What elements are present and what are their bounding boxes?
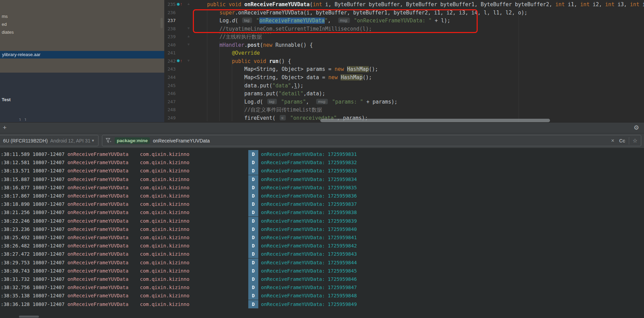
log-row[interactable]: :38:27.472 10807-12407 onReceiveFrameYUV… [0,250,644,258]
log-message: onReceiveFrameYUVData: 1725959848 [261,292,357,300]
code-text: mHandler.post(new Runnable() { [195,42,313,49]
device-selector[interactable]: 6U (RFCR119B2DH) Android 12, API 31 ▼ [0,135,98,146]
code-line-245[interactable]: 245 data.put("data",l); [164,82,644,90]
line-number: 241 [164,50,176,55]
editor-horizontal-scrollbar[interactable] [320,119,550,122]
log-row-meta: :38:15.887 10807-12407 onReceiveFrameYUV… [1,175,189,183]
inlay-hint-chip: tag: [242,18,252,23]
log-row[interactable]: :38:26.482 10807-12407 onReceiveFrameYUV… [0,242,644,250]
code-text: @Override [195,50,260,57]
favorite-star-icon[interactable]: ☆ [633,137,637,144]
tree-item[interactable]: diates [2,30,14,35]
tree-item-selected[interactable]: ylibrary-release.aar [0,51,164,59]
tree-section-label[interactable]: Test [2,97,11,102]
log-row-meta: :38:35.138 10807-12407 onReceiveFrameYUV… [1,292,189,300]
log-row[interactable]: :38:25.492 10807-12407 onReceiveFrameYUV… [0,233,644,242]
fold-marker-icon[interactable]: ▿ [188,42,189,46]
code-line-236[interactable]: 236 super.onReceiveFrameYUVData(i, byteB… [164,9,644,17]
log-row[interactable]: :38:12.581 10807-12407 onReceiveFrameYUV… [0,158,644,167]
log-row-meta: :38:25.492 10807-12407 onReceiveFrameYUV… [1,233,189,242]
fold-marker-icon[interactable]: ▿ [188,26,189,30]
code-line-242[interactable]: 242↑▿ public void run() { [164,57,644,65]
log-package: com.qixin.kizinno [140,251,189,257]
code-text: params.put("detail",data); [195,90,325,97]
code-line-241[interactable]: 241 @Override [164,49,644,57]
log-level-badge: D [248,225,258,233]
code-text: //自定义事件回传timeList数据 [195,106,322,114]
tree-item[interactable]: ed [2,22,7,27]
log-package: com.qixin.kizinno [140,301,189,307]
code-line-240[interactable]: 240▿ mHandler.post(new Runnable() { [164,41,644,49]
log-message: onReceiveFrameYUVData: 1725959845 [261,267,357,275]
code-text: super.onReceiveFrameYUVData(i, byteBuffe… [195,9,527,17]
filter-key-chip[interactable]: package:mine [115,137,150,144]
log-tag: onReceiveFrameYUVData [67,276,128,282]
log-row-meta: :38:31.732 10807-12407 onReceiveFrameYUV… [1,275,189,283]
log-row[interactable]: :38:11.589 10807-12407 onReceiveFrameYUV… [0,150,644,158]
log-message: onReceiveFrameYUVData: 1725959838 [261,208,357,216]
filter-query-text[interactable]: onReceiveFrameYUVData [153,138,210,144]
log-row[interactable]: :38:21.256 10807-12407 onReceiveFrameYUV… [0,208,644,216]
log-level-badge: D [248,158,258,167]
fold-marker-icon[interactable]: ▵ [188,34,189,38]
log-package: com.qixin.kizinno [140,193,189,199]
log-row[interactable]: :38:35.138 10807-12407 onReceiveFrameYUV… [0,292,644,300]
log-row[interactable]: :38:23.236 10807-12407 onReceiveFrameYUV… [0,225,644,233]
fold-marker-icon[interactable]: ▵ [188,2,189,6]
code-line-247[interactable]: 247 Log.d( tag: "params", msg: "params: … [164,98,644,106]
log-tag: onReceiveFrameYUVData [67,293,128,298]
code-line-237[interactable]: 237 Log.d( tag: "onReceiveFrameYUVData",… [164,17,644,25]
log-row[interactable]: :38:36.128 10807-12407 onReceiveFrameYUV… [0,300,644,308]
log-row[interactable]: :38:13.571 10807-12407 onReceiveFrameYUV… [0,167,644,175]
gear-icon[interactable]: ⚙ [634,124,639,131]
log-row[interactable]: :38:17.867 10807-12407 onReceiveFrameYUV… [0,192,644,200]
fold-marker-icon[interactable]: ▿ [188,59,189,62]
inlay-hint-chip: msg: [316,99,328,104]
line-number: 240 [164,42,176,47]
logcat-horizontal-scrollbar[interactable] [19,316,39,318]
log-row[interactable]: :38:31.732 10807-12407 onReceiveFrameYUV… [0,275,644,283]
log-tag: onReceiveFrameYUVData [67,285,128,290]
log-message: onReceiveFrameYUVData: 1725959839 [261,217,357,225]
line-number: 248 [164,107,176,112]
code-editor[interactable]: 235↑▵ public void onReceiveFrameYUVData(… [164,0,644,122]
code-line-246[interactable]: 246 params.put("detail",data); [164,90,644,98]
log-package: com.qixin.kizinno [140,185,189,190]
code-line-248[interactable]: 248 //自定义事件回传timeList数据 [164,106,644,114]
log-row[interactable]: :38:15.887 10807-12407 onReceiveFrameYUV… [0,175,644,183]
code-line-239[interactable]: 239▵ //主线程执行数据 [164,33,644,41]
log-package: com.qixin.kizinno [140,160,189,165]
log-row-meta: :38:29.753 10807-12407 onReceiveFrameYUV… [1,258,189,267]
log-row[interactable]: :38:18.890 10807-12407 onReceiveFrameYUV… [0,200,644,208]
log-level-badge: D [248,208,258,216]
tree-item[interactable]: ms [2,14,8,19]
log-level-badge: D [248,183,258,192]
log-tag: onReceiveFrameYUVData [67,260,128,265]
override-method-gutter-icon[interactable]: ↑ [177,59,182,63]
code-line-235[interactable]: 235↑▵ public void onReceiveFrameYUVData(… [164,1,644,9]
clear-filter-icon[interactable]: × [611,138,614,144]
log-row[interactable]: :38:22.246 10807-12407 onReceiveFrameYUV… [0,217,644,225]
log-message: onReceiveFrameYUVData: 1725959831 [261,150,357,158]
red-up-arrow-icon: ↑ [180,59,182,63]
code-line-238[interactable]: 238▿ //tuyatimeLineCom.setCurrentTimeInM… [164,25,644,33]
log-package: com.qixin.kizinno [140,235,189,240]
log-tag: onReceiveFrameYUVData [67,185,128,190]
code-line-244[interactable]: 244 Map<String, Object> data = new HashM… [164,74,644,82]
code-line-243[interactable]: 243 Map<String, Object> params = new Has… [164,65,644,73]
log-row[interactable]: :38:29.753 10807-12407 onReceiveFrameYUV… [0,258,644,267]
log-row-meta: :38:27.472 10807-12407 onReceiveFrameYUV… [1,250,189,258]
log-row-meta: :38:13.571 10807-12407 onReceiveFrameYUV… [1,167,189,175]
log-package: com.qixin.kizinno [140,293,189,298]
logcat-output-panel[interactable]: :38:11.589 10807-12407 onReceiveFrameYUV… [0,148,644,318]
log-row[interactable]: :38:30.743 10807-12407 onReceiveFrameYUV… [0,267,644,275]
log-package: com.qixin.kizinno [140,285,189,290]
log-row[interactable]: :38:16.877 10807-12407 onReceiveFrameYUV… [0,183,644,192]
line-number: 239 [164,34,176,39]
project-panel-scrollbar[interactable] [160,18,163,28]
match-case-icon[interactable]: Cc [619,138,625,144]
add-logcat-tab-button[interactable]: + [3,124,7,131]
log-row[interactable]: :38:32.756 10807-12407 onReceiveFrameYUV… [0,283,644,292]
logcat-filter-input[interactable]: package:mine onReceiveFrameYUVData × Cc … [102,135,641,146]
override-method-gutter-icon[interactable]: ↑ [177,2,182,6]
